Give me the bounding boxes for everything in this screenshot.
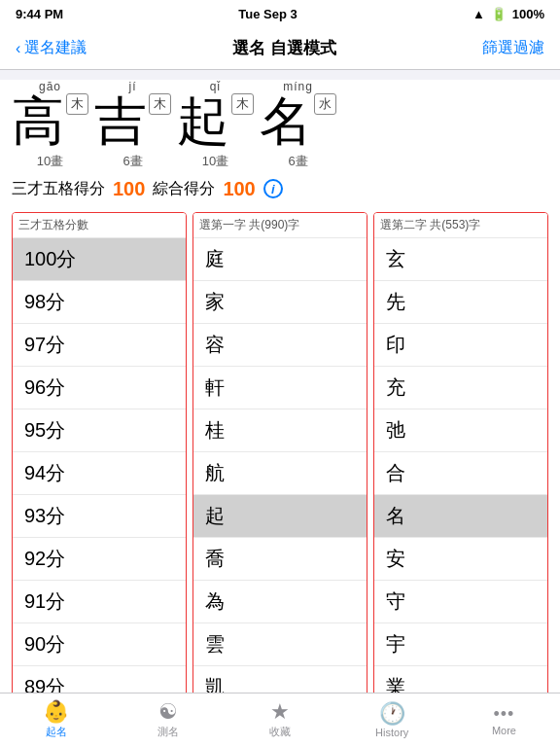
list-item[interactable]: 94分 — [13, 452, 186, 495]
chevron-left-icon: ‹ — [16, 40, 20, 57]
tab-shoucang[interactable]: ★ 收藏 — [224, 694, 335, 747]
strokes-2: 6畫 — [122, 153, 142, 170]
nav-back-button[interactable]: ‹ 選名建議 — [16, 38, 87, 58]
second-char-list-header: 選第二字 共(553)字 — [374, 213, 547, 238]
list-item[interactable]: 充 — [374, 367, 547, 409]
list-item[interactable]: 為 — [193, 581, 367, 623]
list-item[interactable]: 91分 — [13, 581, 186, 623]
nav-back-label[interactable]: 選名建議 — [24, 38, 87, 58]
list-item[interactable]: 93分 — [13, 495, 186, 538]
list-item[interactable]: 弛 — [374, 409, 547, 452]
list-item[interactable]: 宇 — [374, 623, 547, 666]
tab-bar: 👶 起名 ☯ 測名 ★ 收藏 🕐 History ••• More — [0, 693, 560, 747]
list-item[interactable]: 守 — [374, 581, 547, 623]
status-time: 9:44 PM — [16, 7, 63, 21]
sancai-value: 100 — [113, 178, 145, 200]
qiming-icon: 👶 — [43, 701, 69, 723]
list-item[interactable]: 合 — [374, 452, 547, 495]
hanzi-1: 高 — [12, 93, 64, 149]
hanzi-2: 吉 — [94, 93, 147, 149]
status-day: Tue Sep 3 — [238, 7, 297, 21]
element-3: 木 — [231, 93, 254, 115]
list-item[interactable]: 庭 — [193, 238, 367, 281]
list-item[interactable]: 100分 — [13, 238, 186, 281]
tab-cemi-label: 測名 — [158, 725, 179, 739]
strokes-4: 6畫 — [288, 153, 307, 170]
nav-title: 選名 自選模式 — [232, 37, 336, 59]
list-item[interactable]: 航 — [193, 452, 367, 495]
list-item[interactable]: 雲 — [193, 623, 367, 666]
element-2: 木 — [149, 93, 171, 115]
score-list-header: 三才五格分數 — [13, 213, 186, 238]
main-content: gāo 高 木 10畫 jí 吉 木 6畫 qǐ 起 木 10畫 — [0, 80, 560, 747]
hanzi-3: 起 — [177, 93, 229, 149]
tab-qiming-label: 起名 — [46, 725, 67, 739]
list-item[interactable]: 96分 — [13, 367, 186, 409]
element-1: 木 — [66, 93, 88, 115]
status-bar: 9:44 PM Tue Sep 3 ▲ 🔋 100% — [0, 0, 560, 27]
score-list-col: 三才五格分數 100分 98分 97分 96分 95分 94分 93分 92分 … — [12, 212, 187, 747]
char-unit-4: míng 名 水 6畫 — [260, 80, 336, 170]
list-item[interactable]: 玄 — [374, 238, 547, 281]
list-item[interactable]: 安 — [374, 538, 547, 581]
element-4: 水 — [314, 93, 336, 115]
comprehensive-label: 綜合得分 — [153, 179, 215, 199]
cemi-icon: ☯ — [158, 701, 178, 723]
char-unit-2: jí 吉 木 6畫 — [94, 80, 171, 170]
list-item[interactable]: 印 — [374, 324, 547, 367]
more-icon: ••• — [493, 705, 514, 723]
tab-history-label: History — [375, 727, 408, 738]
history-icon: 🕐 — [379, 703, 405, 725]
list-item[interactable]: 92分 — [13, 538, 186, 581]
tab-more[interactable]: ••• More — [448, 694, 560, 747]
shoucang-icon: ★ — [270, 701, 290, 723]
list-item[interactable]: 95分 — [13, 409, 186, 452]
list-item[interactable]: 喬 — [193, 538, 367, 581]
strokes-3: 10畫 — [202, 153, 228, 170]
char-unit-3: qǐ 起 木 10畫 — [177, 80, 254, 170]
hanzi-4: 名 — [260, 93, 312, 149]
list-item[interactable]: 90分 — [13, 623, 186, 666]
list-item[interactable]: 起 — [193, 495, 367, 538]
sancai-label: 三才五格得分 — [12, 179, 105, 199]
list-item[interactable]: 桂 — [193, 409, 367, 452]
strokes-1: 10畫 — [37, 153, 63, 170]
lists-container: 三才五格分數 100分 98分 97分 96分 95分 94分 93分 92分 … — [12, 212, 548, 747]
list-item[interactable]: 97分 — [13, 324, 186, 367]
wifi-icon: ▲ — [472, 7, 485, 21]
tab-qiming[interactable]: 👶 起名 — [0, 694, 112, 747]
battery-icon: 🔋 — [491, 7, 507, 21]
tab-history[interactable]: 🕐 History — [336, 694, 448, 747]
tab-shoucang-label: 收藏 — [269, 725, 291, 739]
second-char-list-col: 選第二字 共(553)字 玄 先 印 充 弛 合 名 安 守 宇 業 義 郅 詩 — [373, 212, 548, 747]
char-unit-1: gāo 高 木 10畫 — [12, 80, 88, 170]
scores-row: 三才五格得分 100 綜合得分 100 i — [12, 178, 548, 200]
nav-filter-button[interactable]: 篩選過濾 — [482, 38, 544, 58]
tab-cemi[interactable]: ☯ 測名 — [112, 694, 224, 747]
nav-bar: ‹ 選名建議 選名 自選模式 篩選過濾 — [0, 27, 560, 70]
name-display: gāo 高 木 10畫 jí 吉 木 6畫 qǐ 起 木 10畫 — [12, 80, 548, 170]
first-char-list-col: 選第一字 共(990)字 庭 家 容 軒 桂 航 起 喬 為 雲 凱 博 發 迪 — [192, 212, 368, 747]
list-item[interactable]: 名 — [374, 495, 547, 538]
status-icons: ▲ 🔋 100% — [472, 7, 544, 21]
tab-more-label: More — [492, 725, 516, 736]
list-item[interactable]: 容 — [193, 324, 367, 367]
battery-percent: 100% — [512, 7, 544, 21]
list-item[interactable]: 家 — [193, 281, 367, 324]
first-char-list-header: 選第一字 共(990)字 — [193, 213, 367, 238]
comprehensive-value: 100 — [223, 178, 255, 200]
list-item[interactable]: 先 — [374, 281, 547, 324]
list-item[interactable]: 98分 — [13, 281, 186, 324]
list-item[interactable]: 軒 — [193, 367, 367, 409]
info-button[interactable]: i — [263, 179, 283, 198]
